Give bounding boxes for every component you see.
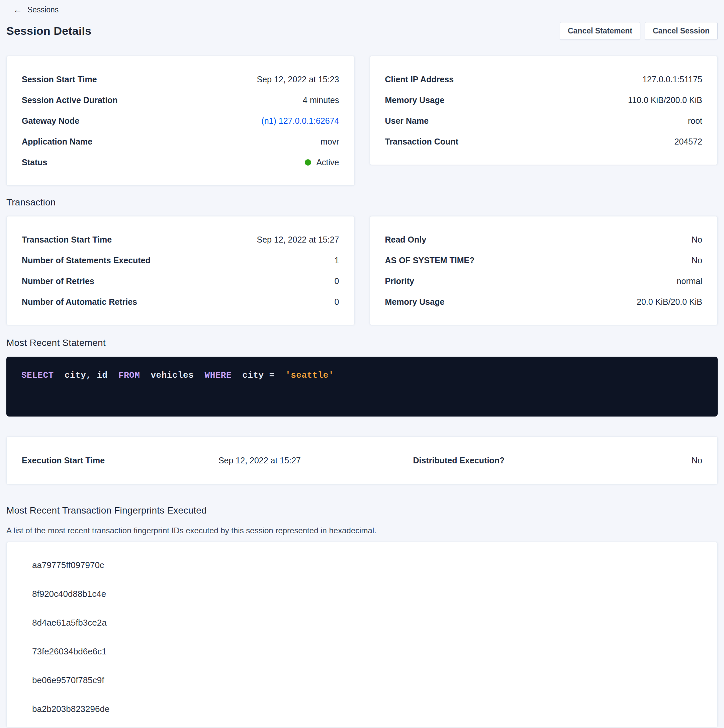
sql-token: SELECT (21, 370, 54, 381)
status-dot-icon (305, 159, 311, 165)
field-value: Sep 12, 2022 at 15:27 (257, 235, 339, 245)
back-arrow-icon: ← (13, 5, 22, 14)
field-value: 204572 (675, 137, 702, 147)
field-label: Number of Statements Executed (22, 255, 157, 265)
gateway-node-link[interactable]: (n1) 127.0.0.1:62674 (261, 116, 339, 126)
field-value: 20.0 KiB/20.0 KiB (637, 297, 702, 307)
summary-row: Gateway Node (n1) 127.0.0.1:62674 (22, 110, 339, 131)
sql-token: vehicles (145, 370, 199, 381)
field-value: Sep 12, 2022 at 15:23 (257, 75, 339, 84)
fingerprints-description: A list of the most recent transaction fi… (6, 526, 718, 535)
transaction-field-row: AS OF SYSTEM TIME? No (385, 250, 703, 271)
field-value: 110.0 KiB/200.0 KiB (628, 95, 702, 105)
transaction-field-row: Transaction Start Time Sep 12, 2022 at 1… (22, 229, 339, 250)
cancel-statement-button[interactable]: Cancel Statement (560, 22, 640, 40)
session-summary-card-left: Session Start Time Sep 12, 2022 at 15:23… (6, 56, 355, 186)
transaction-field-row: Number of Statements Executed 1 (22, 250, 339, 271)
execution-start-field: Execution Start Time Sep 12, 2022 at 15:… (22, 456, 301, 465)
header-actions: Cancel Statement Cancel Session (560, 22, 718, 40)
breadcrumb-label: Sessions (28, 5, 58, 14)
field-label: Status (22, 158, 54, 167)
sql-token: 'seattle' (285, 370, 334, 381)
distributed-execution-field: Distributed Execution? No (413, 456, 702, 465)
field-label: Session Start Time (22, 75, 104, 84)
summary-row: Transaction Count 204572 (385, 131, 703, 152)
sql-token: city = (237, 370, 280, 381)
field-label: Client IP Address (385, 75, 461, 84)
summary-row: Session Start Time Sep 12, 2022 at 15:23 (22, 69, 339, 90)
field-value: root (688, 116, 702, 126)
session-details-page: ← Sessions Session Details Cancel Statem… (0, 0, 724, 728)
field-value: Sep 12, 2022 at 15:27 (219, 456, 301, 465)
field-value: No (692, 235, 702, 245)
breadcrumb-back-sessions[interactable]: ← Sessions (13, 4, 58, 15)
sql-token: WHERE (205, 370, 232, 381)
field-label: Priority (385, 276, 421, 286)
field-label: Distributed Execution? (413, 456, 505, 465)
field-value: 1 (335, 255, 339, 265)
session-summary-row: Session Start Time Sep 12, 2022 at 15:23… (6, 56, 718, 186)
fingerprint-id: be06e9570f785c9f (7, 666, 717, 694)
sql-token: FROM (118, 370, 140, 381)
transaction-section-title: Transaction (6, 197, 718, 208)
field-value: movr (320, 137, 339, 147)
field-label: Number of Automatic Retries (22, 297, 144, 307)
transaction-field-row: Number of Retries 0 (22, 271, 339, 291)
page-header: Session Details Cancel Statement Cancel … (6, 22, 718, 40)
execution-card: Execution Start Time Sep 12, 2022 at 15:… (6, 437, 718, 485)
field-label: Read Only (385, 235, 433, 245)
field-label: Number of Retries (22, 276, 101, 286)
transaction-field-row: Read Only No (385, 229, 703, 250)
field-label: Transaction Count (385, 137, 465, 147)
field-label: Memory Usage (385, 297, 452, 307)
field-value: 0 (335, 276, 339, 286)
field-label: Session Active Duration (22, 95, 124, 105)
transaction-card-right: Read Only No AS OF SYSTEM TIME? No P (370, 216, 718, 325)
summary-row: Client IP Address 127.0.0.1:51175 (385, 69, 703, 90)
fingerprint-id: 8d4ae61a5fb3ce2a (7, 608, 717, 637)
field-label: AS OF SYSTEM TIME? (385, 255, 481, 265)
summary-row: Memory Usage 110.0 KiB/200.0 KiB (385, 90, 703, 110)
transaction-field-row: Memory Usage 20.0 KiB/20.0 KiB (385, 291, 703, 312)
fingerprint-id: 8f920c40d88b1c4e (7, 580, 717, 608)
field-label: Gateway Node (22, 116, 86, 126)
field-value: 127.0.0.1:51175 (642, 75, 702, 84)
field-label: Execution Start Time (22, 456, 105, 465)
statement-section-title: Most Recent Statement (6, 338, 718, 348)
fingerprints-card: aa79775ff097970c 8f920c40d88b1c4e 8d4ae6… (6, 542, 718, 727)
transaction-card-left: Transaction Start Time Sep 12, 2022 at 1… (6, 216, 355, 325)
sql-token: city, id (59, 370, 113, 381)
transaction-field-row: Priority normal (385, 271, 703, 291)
cancel-session-button[interactable]: Cancel Session (645, 22, 718, 40)
field-value: 4 minutes (303, 95, 339, 105)
fingerprint-id: ba2b203b823296de (7, 694, 717, 723)
fingerprint-id: aa79775ff097970c (7, 551, 717, 580)
summary-row: Application Name movr (22, 131, 339, 152)
field-value: 0 (335, 297, 339, 307)
field-label: Transaction Start Time (22, 235, 118, 245)
field-label: Application Name (22, 137, 99, 147)
session-status-value: Active (316, 158, 339, 167)
fingerprints-section-title: Most Recent Transaction Fingerprints Exe… (6, 505, 718, 516)
field-label: User Name (385, 116, 436, 126)
execution-row: Execution Start Time Sep 12, 2022 at 15:… (22, 456, 702, 465)
sql-statement-box: SELECT city, id FROM vehicles WHERE city… (6, 356, 718, 416)
transaction-row: Transaction Start Time Sep 12, 2022 at 1… (6, 216, 718, 325)
field-value: No (692, 456, 702, 465)
summary-row: Session Active Duration 4 minutes (22, 90, 339, 110)
field-value: No (692, 255, 702, 265)
summary-row: User Name root (385, 110, 703, 131)
fingerprint-id: 73fe26034bd6e6c1 (7, 637, 717, 666)
summary-row: Status Active (22, 152, 339, 173)
field-value: normal (677, 276, 702, 286)
fingerprints-list: aa79775ff097970c 8f920c40d88b1c4e 8d4ae6… (7, 551, 717, 723)
field-label: Memory Usage (385, 95, 452, 105)
transaction-field-row: Number of Automatic Retries 0 (22, 291, 339, 312)
session-summary-card-right: Client IP Address 127.0.0.1:51175 Memory… (370, 56, 718, 165)
page-title: Session Details (6, 24, 91, 37)
